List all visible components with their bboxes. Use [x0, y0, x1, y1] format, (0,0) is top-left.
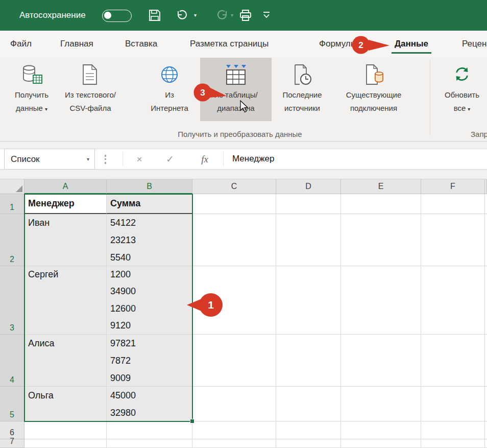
cell[interactable]	[341, 194, 421, 214]
annotation-step-3-badge: 3	[184, 83, 235, 105]
cell[interactable]	[192, 214, 276, 266]
column-header-B[interactable]: B	[107, 179, 192, 194]
cell-B6[interactable]	[107, 421, 192, 439]
label-line-2: Интернета	[151, 104, 188, 112]
tab-page-layout[interactable]: Разметка страницы	[190, 31, 269, 57]
row-header-7[interactable]: 7	[0, 439, 25, 448]
tab-data[interactable]: Данные	[395, 31, 428, 57]
save-icon[interactable]	[148, 9, 161, 24]
cell-A3[interactable]: Сергей	[25, 266, 107, 335]
column-header-row: A B C D E F	[0, 179, 487, 194]
row-header-4[interactable]: 4	[0, 335, 25, 387]
column-header-C[interactable]: C	[192, 179, 276, 194]
sheet-row-7: 7	[0, 439, 487, 448]
cell[interactable]	[421, 421, 485, 439]
cell[interactable]	[421, 387, 485, 421]
label-line-1: Существующие	[346, 90, 402, 99]
customize-quick-access-icon[interactable]	[262, 11, 271, 21]
tab-insert[interactable]: Вставка	[125, 31, 157, 57]
cell[interactable]	[421, 335, 485, 387]
cell-A7[interactable]	[25, 439, 107, 448]
cell[interactable]	[341, 439, 421, 448]
cell[interactable]	[276, 439, 341, 448]
annotation-step-3-number: 3	[200, 88, 205, 98]
cell-B1[interactable]: Сумма	[107, 194, 192, 214]
tab-review[interactable]: Рецензирование	[462, 31, 487, 57]
cell-A4[interactable]: Алиса	[25, 335, 107, 387]
label-line-1: Из	[165, 90, 174, 99]
ribbon-button-existing-connections[interactable]: Существующиеподключения	[332, 58, 416, 121]
column-header-E[interactable]: E	[341, 179, 421, 194]
ribbon-button-refresh-all[interactable]: Обновитьвсе▾	[437, 58, 487, 121]
column-header-partial	[485, 179, 487, 194]
cell[interactable]	[276, 214, 341, 266]
cell	[485, 194, 487, 214]
autosave-toggle[interactable]	[102, 10, 132, 22]
cell-A5[interactable]: Ольга	[25, 387, 107, 421]
label-line-2: подключения	[350, 104, 397, 112]
cell[interactable]	[421, 194, 485, 214]
cell[interactable]	[421, 266, 485, 335]
cell[interactable]	[276, 266, 341, 335]
cell[interactable]	[341, 214, 421, 266]
cell[interactable]	[276, 421, 341, 439]
column-header-D[interactable]: D	[276, 179, 341, 194]
ribbon-button-label: Получитьданные▾	[6, 88, 57, 116]
column-header-A[interactable]: A	[25, 179, 107, 194]
insert-function-button[interactable]: fx	[196, 149, 213, 170]
cell[interactable]	[192, 421, 276, 439]
ribbon-button-get-data[interactable]: Получитьданные▾	[6, 58, 57, 121]
formula-input[interactable]: Менеджер	[232, 149, 487, 170]
cell[interactable]	[192, 335, 276, 387]
cell-B5[interactable]: 45000 32980	[107, 387, 192, 421]
cell-B2[interactable]: 54122 23213 5540	[107, 214, 192, 266]
select-all-corner[interactable]	[0, 179, 25, 194]
dropdown-caret-icon: ▾	[45, 106, 47, 112]
fill-handle[interactable]	[190, 419, 194, 423]
row-header-3[interactable]: 3	[0, 266, 25, 335]
cell[interactable]	[276, 335, 341, 387]
undo-icon[interactable]	[176, 9, 188, 23]
cell	[485, 387, 487, 421]
cell[interactable]	[341, 421, 421, 439]
dropdown-caret-icon: ▾	[468, 106, 470, 112]
label-line-2: источники	[284, 104, 320, 112]
name-box[interactable]: Список ▾	[4, 149, 95, 170]
name-box-value: Список	[11, 154, 40, 164]
cell-A2[interactable]: Иван	[25, 214, 107, 266]
cell[interactable]	[421, 439, 485, 448]
cell-B7[interactable]	[107, 439, 192, 448]
ribbon-button-from-text-csv[interactable]: Из текстового/CSV-файла	[59, 58, 121, 121]
cell[interactable]	[341, 387, 421, 421]
print-icon[interactable]	[239, 9, 252, 24]
cell-B4[interactable]: 97821 7872 9009	[107, 335, 192, 387]
undo-dropdown-caret[interactable]: ▾	[194, 12, 197, 18]
cell[interactable]	[276, 194, 341, 214]
cell[interactable]	[341, 266, 421, 335]
cell-B3[interactable]: 1200 34900 12600 9120	[107, 266, 192, 335]
row-header-2[interactable]: 2	[0, 214, 25, 266]
cell[interactable]	[276, 387, 341, 421]
sheet-row-4: 4 Алиса 97821 7872 9009	[0, 335, 487, 387]
ribbon-button-label: Из текстового/CSV-файла	[59, 88, 121, 115]
label-line-1: Обновить	[445, 90, 479, 99]
ribbon-button-recent-sources[interactable]: Последниеисточники	[274, 58, 331, 121]
name-box-caret-icon[interactable]: ▾	[87, 149, 89, 169]
tab-file[interactable]: Файл	[10, 31, 32, 57]
cell[interactable]	[421, 214, 485, 266]
cell-A1[interactable]: Менеджер	[25, 194, 107, 214]
cell-A6[interactable]	[25, 421, 107, 439]
worksheet-grid: A B C D E F 1 Менеджер Сумма 2 Иван 5412…	[0, 179, 487, 448]
row-header-5[interactable]: 5	[0, 387, 25, 421]
cell[interactable]	[341, 335, 421, 387]
formula-bar-grip[interactable]	[105, 155, 106, 164]
tab-home[interactable]: Главная	[60, 31, 93, 57]
cancel-button[interactable]: ×	[132, 149, 147, 170]
existing-connections-icon	[332, 64, 416, 87]
cell[interactable]	[192, 439, 276, 448]
row-header-1[interactable]: 1	[0, 194, 25, 214]
enter-button[interactable]: ✓	[162, 149, 178, 170]
column-header-F[interactable]: F	[421, 179, 485, 194]
cell[interactable]	[192, 387, 276, 421]
cell[interactable]	[192, 194, 276, 214]
